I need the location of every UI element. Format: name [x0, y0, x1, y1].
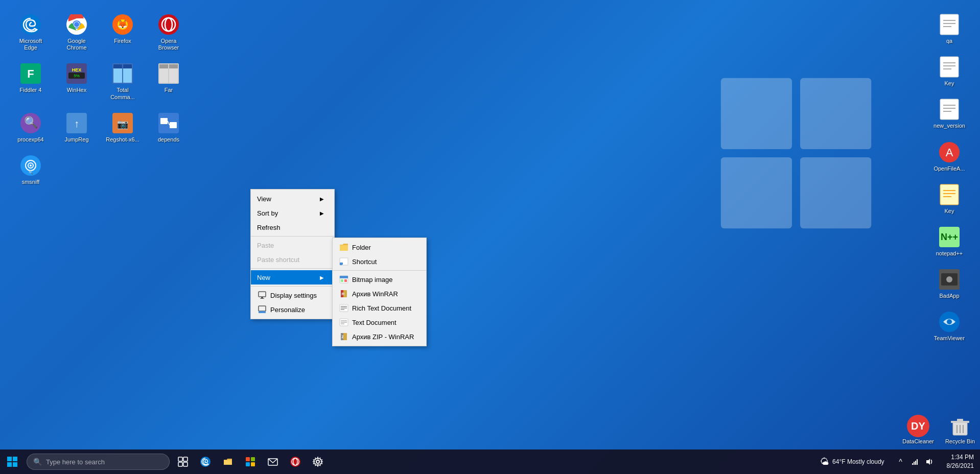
svg-rect-111: [183, 457, 188, 461]
icon-new-version[interactable]: new_version: [929, 95, 970, 132]
svg-rect-80: [259, 292, 266, 297]
submenu-item-txt[interactable]: Text Document: [333, 315, 426, 329]
svg-rect-40: [170, 122, 177, 128]
icon-key2[interactable]: Key: [929, 180, 970, 218]
menu-separator-1: [251, 236, 334, 236]
icon-depends[interactable]: depends: [148, 109, 189, 146]
display-settings-icon: [257, 290, 267, 300]
rtf-icon: [339, 303, 349, 313]
svg-rect-118: [251, 462, 255, 466]
task-view-button[interactable]: [172, 449, 194, 474]
taskbar-clock[interactable]: 1:34 PM 8/26/2021: [941, 449, 980, 474]
show-desktop-button[interactable]: [977, 449, 980, 474]
svg-rect-127: [917, 459, 918, 465]
icon-jumpreg[interactable]: ↑ JumpReg: [56, 109, 97, 146]
icon-microsoft-edge[interactable]: Microsoft Edge: [10, 10, 51, 54]
submenu-winrar-label: Архив WinRAR: [352, 290, 398, 298]
icon-recycle-bin[interactable]: Recycle Bin: [945, 414, 975, 444]
icon-far[interactable]: Far: [148, 59, 189, 103]
svg-text:5%: 5%: [74, 74, 80, 78]
weather-icon: 🌤: [820, 457, 829, 467]
taskbar-date: 8/26/2021: [947, 462, 974, 470]
icon-smsniff[interactable]: 🔍 smsniff: [10, 151, 51, 188]
submenu-item-winrar[interactable]: R Архив WinRAR: [333, 287, 426, 301]
icon-notepadpp[interactable]: N++ notepad++: [929, 223, 970, 260]
menu-item-display-settings-label: Display settings: [270, 292, 317, 299]
menu-item-personalize[interactable]: Personalize: [251, 302, 334, 317]
winrar-icon: R: [339, 289, 349, 299]
taskbar-store-button[interactable]: [239, 449, 262, 474]
tray-volume[interactable]: [923, 456, 936, 468]
svg-text:📷: 📷: [117, 118, 129, 130]
taskbar-search-box[interactable]: 🔍 Type here to search: [27, 454, 170, 470]
icon-total-commander[interactable]: Total Comma...: [102, 59, 143, 103]
svg-point-123: [316, 460, 319, 463]
submenu-folder-label: Folder: [352, 244, 371, 251]
menu-item-paste-label: Paste: [257, 242, 274, 249]
menu-item-refresh[interactable]: Refresh: [251, 220, 334, 234]
menu-item-sort-by[interactable]: Sort by ▶: [251, 206, 334, 220]
menu-item-new[interactable]: New ▶: [251, 270, 334, 285]
menu-separator-3: [251, 286, 334, 287]
svg-rect-91: [344, 279, 347, 282]
icon-teamviewer[interactable]: TeamViewer: [929, 307, 970, 345]
submenu-item-zip[interactable]: Z Архив ZIP - WinRAR: [333, 329, 426, 344]
svg-rect-25: [113, 64, 122, 68]
icon-firefox[interactable]: 🦊 Firefox: [102, 10, 143, 54]
taskbar-right: 🌤 64°F Mostly cloudy ^ 1:34 PM 8/26/2021: [815, 449, 980, 474]
icon-google-chrome[interactable]: Google Chrome: [56, 10, 97, 54]
menu-item-view[interactable]: View ▶: [251, 192, 334, 206]
menu-item-paste-shortcut[interactable]: Paste shortcut: [251, 252, 334, 267]
svg-rect-116: [251, 457, 255, 461]
folder-icon: [339, 242, 349, 252]
desktop-icons-right: qa Key new_version A OpenFileA... Key: [924, 5, 975, 350]
svg-marker-128: [926, 459, 930, 465]
svg-text:F: F: [27, 67, 34, 80]
submenu-rtf-label: Rich Text Document: [352, 304, 411, 312]
view-arrow: ▶: [320, 196, 324, 202]
svg-text:🦊: 🦊: [118, 19, 128, 29]
taskbar-weather[interactable]: 🌤 64°F Mostly cloudy: [815, 449, 890, 474]
icon-procexp64[interactable]: 🔍 procexp64: [10, 109, 51, 146]
icon-opera[interactable]: Opera Browser: [148, 10, 189, 54]
submenu-item-bitmap[interactable]: Bitmap image: [333, 272, 426, 287]
svg-rect-107: [13, 457, 17, 461]
submenu-txt-label: Text Document: [352, 319, 396, 326]
svg-rect-112: [178, 462, 182, 466]
search-placeholder-text: Type here to search: [46, 458, 105, 466]
svg-rect-90: [341, 279, 343, 282]
icon-datacleaner[interactable]: DY DataCleaner: [902, 414, 934, 444]
icon-openfileapp[interactable]: A OpenFileA...: [929, 138, 970, 175]
taskbar-edge-button[interactable]: [194, 449, 217, 474]
svg-rect-83: [259, 306, 266, 311]
menu-item-new-label: New: [257, 274, 270, 281]
menu-item-sort-label: Sort by: [257, 209, 278, 217]
svg-rect-2: [721, 157, 792, 228]
taskbar-settings-button[interactable]: [307, 449, 329, 474]
svg-rect-125: [914, 462, 915, 465]
start-button[interactable]: [0, 449, 25, 474]
taskbar-opera-button[interactable]: [284, 449, 307, 474]
menu-item-paste[interactable]: Paste: [251, 238, 334, 252]
menu-item-paste-shortcut-label: Paste shortcut: [257, 256, 299, 264]
submenu-item-shortcut[interactable]: ↗ Shortcut: [333, 254, 426, 269]
icon-key[interactable]: Key: [929, 53, 970, 90]
icon-regshot[interactable]: 📷 Regshot-x6...: [102, 109, 143, 146]
tray-network[interactable]: [909, 456, 921, 468]
svg-rect-30: [159, 64, 168, 68]
submenu-item-folder[interactable]: Folder: [333, 240, 426, 254]
zip-icon: Z: [339, 331, 349, 342]
icon-winhex[interactable]: HEX5% WinHex: [56, 59, 97, 103]
icon-fiddler4[interactable]: F Fiddler 4: [10, 59, 51, 103]
tray-chevron[interactable]: ^: [895, 456, 907, 468]
taskbar-mail-button[interactable]: [262, 449, 284, 474]
menu-item-display-settings[interactable]: Display settings: [251, 288, 334, 302]
personalize-icon: [257, 304, 267, 315]
submenu-item-rtf[interactable]: Rich Text Document: [333, 301, 426, 315]
icon-badapp[interactable]: BadApp: [929, 265, 970, 302]
taskbar-explorer-button[interactable]: [217, 449, 239, 474]
icon-qa[interactable]: qa: [929, 10, 970, 48]
svg-rect-89: [340, 276, 348, 278]
svg-rect-82: [260, 298, 264, 299]
sort-arrow: ▶: [320, 210, 324, 216]
